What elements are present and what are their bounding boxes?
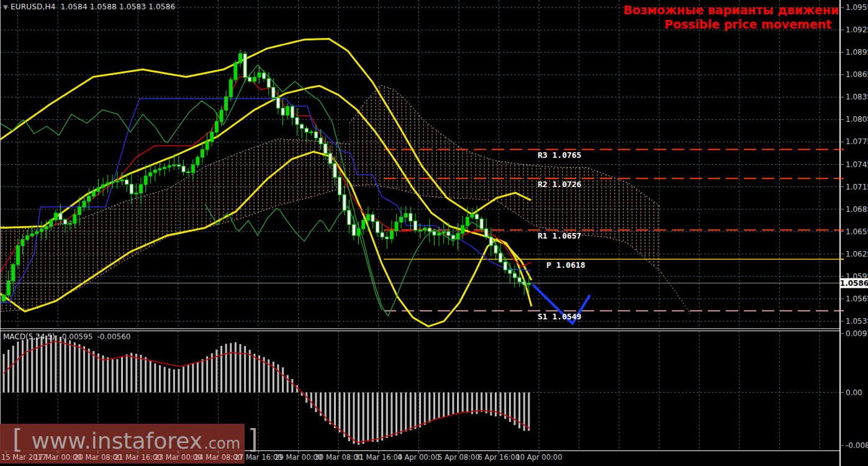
macd-indicator-label: MACD(5,34,5)-0.00595-0.00560 [3, 332, 130, 341]
macd-signal-value: -0.00560 [97, 332, 130, 341]
time-label: 5 Apr 08:00 [438, 453, 480, 462]
macd-axis-label: -0.00825 [846, 441, 868, 450]
mt4-chart-window: R3 1.0765R2 1.0726R1 1.0657P 1.0618S1 1.… [0, 0, 868, 466]
macd-name: MACD(5,34,5) [3, 332, 55, 341]
macd-value: -0.00595 [60, 332, 93, 341]
price-label: 1.0895 [846, 48, 868, 57]
price-label: 1.0715 [846, 183, 868, 191]
price-label: 1.0535 [846, 317, 868, 326]
time-label: 6 Apr 16:00 [478, 453, 520, 462]
price-label: 1.0745 [846, 160, 868, 169]
macd-axis-label: 0.00914 [846, 329, 868, 338]
current-price-value: 1.0586 [840, 279, 868, 288]
pivot-label-P: P 1.0618 [546, 260, 585, 270]
time-label: 10 Apr 00:00 [516, 453, 563, 462]
time-label: 31 Mar 16:00 [355, 453, 402, 462]
time-label: 4 Apr 00:00 [397, 453, 440, 462]
annotation-block: Возможные варианты движения цен Possible… [590, 3, 839, 34]
annotation-text-en: Possible price movement [664, 17, 831, 31]
price-label: 1.0865 [846, 70, 868, 79]
chart-marker-icon: ▼ [3, 4, 8, 11]
time-axis[interactable]: 15 Mar 201717 Mar 00:0020 Mar 08:0021 Ma… [1, 451, 563, 462]
annotation-text-ru: Возможные варианты движения цен [623, 3, 839, 17]
pivot-label-R2: R2 1.0726 [538, 180, 582, 189]
price-label: 1.0565 [846, 295, 868, 303]
price-label: 1.0685 [846, 205, 868, 214]
pivot-label-S1: S1 1.0549 [538, 312, 581, 321]
pivot-label-R3: R3 1.0765 [538, 150, 581, 160]
price-label: 1.0655 [846, 227, 868, 236]
price-label: 1.0775 [846, 137, 868, 146]
ohlc-values: 1.0584 1.0588 1.0583 1.0586 [61, 2, 176, 11]
chart-canvas[interactable]: R3 1.0765R2 1.0726R1 1.0657P 1.0618S1 1.… [0, 0, 868, 466]
chart-title: ▼EURUSD,H4 1.0584 1.0588 1.0583 1.0586 [3, 2, 175, 11]
price-label: 1.0805 [846, 115, 868, 124]
price-label: 1.0955 [846, 3, 868, 12]
pivot-label-R1: R1 1.0657 [538, 231, 581, 240]
macd-axis-label: 0.00 [846, 388, 862, 397]
price-label: 1.0625 [846, 250, 868, 258]
price-label: 1.0835 [846, 93, 868, 101]
price-axis[interactable]: 1.09551.09251.08951.08651.08351.08051.07… [840, 0, 868, 466]
price-label: 1.0925 [846, 25, 868, 34]
symbol-period-label: EURUSD,H4 [11, 2, 56, 11]
